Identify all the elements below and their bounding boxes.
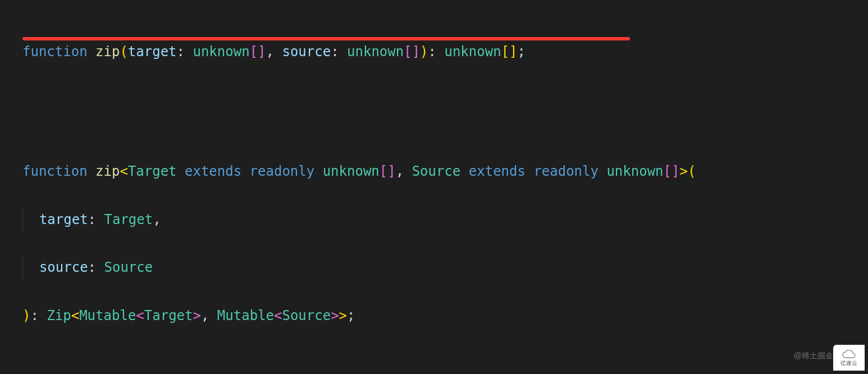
- fn-name: zip: [95, 44, 120, 60]
- code-editor: function zip(target: unknown[], source: …: [0, 0, 868, 374]
- blank-line: [22, 112, 846, 136]
- param-source: source: [282, 44, 331, 60]
- code-line: target: Target,: [22, 208, 846, 232]
- code-line: source: Source: [22, 256, 846, 280]
- error-underline: [22, 37, 630, 40]
- code-line: function zip(target: unknown[], source: …: [22, 40, 846, 64]
- cloud-icon: [841, 350, 857, 359]
- param-target: target: [128, 44, 177, 60]
- logo-text: 亿速云: [840, 360, 857, 366]
- code-line: ): Zip<Mutable<Target>, Mutable<Source>>…: [22, 304, 846, 328]
- paren-open: (: [120, 44, 127, 60]
- watermark-text: @稀土掘金: [794, 351, 833, 361]
- blank-line: [22, 352, 846, 374]
- code-line: function zip<Target extends readonly unk…: [22, 159, 846, 184]
- logo-badge: 亿速云: [833, 345, 865, 371]
- type-unknown: unknown: [193, 44, 249, 60]
- paren-close: ): [420, 44, 428, 60]
- keyword-function: function: [22, 44, 88, 60]
